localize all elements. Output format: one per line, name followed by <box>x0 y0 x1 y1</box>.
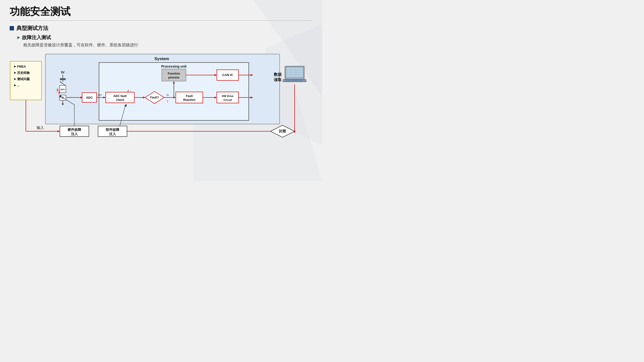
svg-rect-82 <box>301 80 303 81</box>
svg-text:check: check <box>116 98 124 102</box>
blue-square-icon <box>10 26 14 30</box>
svg-text:SPI: SPI <box>98 94 102 96</box>
svg-text:注入: 注入 <box>71 132 78 136</box>
sub-heading: ➤ 故障注入测试 <box>16 34 312 41</box>
svg-rect-62 <box>217 92 238 103</box>
svg-text:输入: 输入 <box>37 125 44 130</box>
svg-text:Processing unit: Processing unit <box>161 64 186 68</box>
svg-rect-74 <box>286 80 287 81</box>
svg-point-18 <box>60 81 61 82</box>
svg-rect-76 <box>290 80 291 81</box>
svg-rect-80 <box>298 80 299 81</box>
section-heading: 典型测试方法 <box>10 25 312 32</box>
main-diagram: ➤ FMEA ➤ 历史经验 ➤ 测试问题 ➤ ... System Proces… <box>10 52 312 146</box>
svg-text:Y: Y <box>166 100 168 103</box>
svg-text:注入: 注入 <box>109 132 116 136</box>
svg-marker-92 <box>58 130 60 132</box>
svg-rect-77 <box>292 80 293 81</box>
svg-text:Fault: Fault <box>186 94 193 98</box>
section-heading-text: 典型测试方法 <box>16 25 48 32</box>
svg-rect-81 <box>300 80 301 81</box>
description-text: 相关故障是否被设计所覆盖，可在软件、硬件、系统各层级进行 <box>23 42 312 48</box>
svg-text:硬件故障: 硬件故障 <box>67 128 82 131</box>
svg-text:数据: 数据 <box>274 72 282 76</box>
svg-rect-72 <box>286 67 303 78</box>
svg-text:System: System <box>154 56 169 61</box>
sub-heading-text: 故障注入测试 <box>22 34 51 41</box>
svg-text:5V: 5V <box>61 71 65 74</box>
svg-text:ADC: ADC <box>86 96 93 99</box>
svg-rect-79 <box>296 80 297 81</box>
svg-text:➤ FMEA: ➤ FMEA <box>14 65 26 68</box>
svg-text:软件故障: 软件故障 <box>106 128 120 131</box>
svg-text:process: process <box>168 76 180 79</box>
arrow-right-icon: ➤ <box>16 35 20 40</box>
svg-text:➤ 历史经验: ➤ 历史经验 <box>14 71 30 74</box>
svg-text:Circuit: Circuit <box>224 98 232 101</box>
svg-text:CAN IC: CAN IC <box>222 73 233 77</box>
svg-text:Fault?: Fault? <box>150 96 159 99</box>
svg-rect-75 <box>288 80 289 81</box>
svg-text:读取: 读取 <box>274 78 282 82</box>
svg-text:比较: 比较 <box>279 129 286 133</box>
svg-text:Function: Function <box>168 72 180 75</box>
svg-text:Reaction: Reaction <box>183 98 196 102</box>
svg-rect-78 <box>294 80 295 81</box>
svg-text:➤ 测试问题: ➤ 测试问题 <box>14 77 30 81</box>
svg-text:N: N <box>166 94 168 96</box>
svg-text:NTC: NTC <box>60 88 65 91</box>
svg-text:ADC fault: ADC fault <box>114 94 127 98</box>
svg-text:➤ ...: ➤ ... <box>14 83 20 87</box>
svg-text:HW Drive: HW Drive <box>222 95 234 97</box>
page-title: 功能安全测试 <box>10 5 312 21</box>
